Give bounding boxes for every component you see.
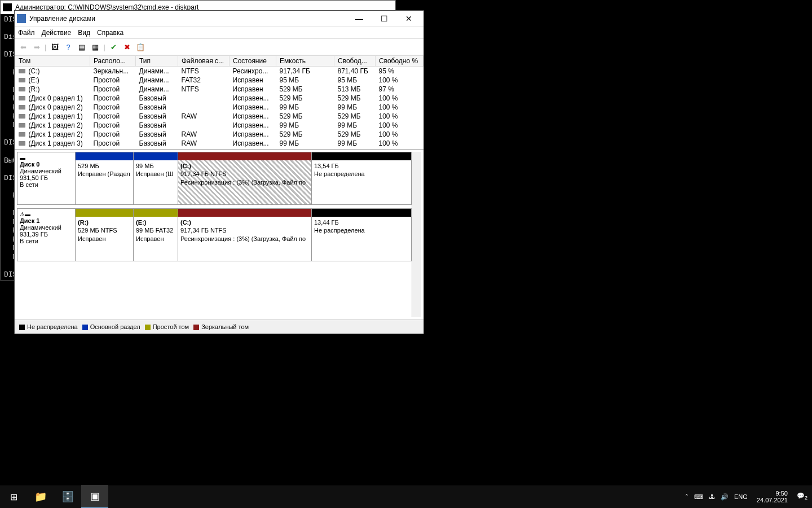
desktop: 🖥️ Ко ⚙️ des ⚙️ des Управление дисками —… — [0, 0, 812, 508]
cell-percent: 100 % — [376, 103, 423, 112]
disk-row[interactable]: ⚠▬ Диск 1 Динамический 931,39 ГБ В сети … — [17, 208, 412, 261]
properties-button[interactable]: 📋 — [134, 41, 147, 53]
grid-button[interactable]: ▦ — [89, 41, 102, 53]
cell-fs: NTFS — [178, 67, 230, 76]
window-title: Управление дисками — [29, 15, 347, 23]
volume-icon[interactable]: 🔊 — [721, 493, 729, 501]
task-cmd[interactable]: ▣ — [81, 485, 108, 508]
cell-type: Базовый — [136, 121, 178, 130]
table-row[interactable]: (R:)ПростойДинами...NTFSИсправен529 МБ51… — [15, 85, 423, 94]
col-layout[interactable]: Располо... — [90, 56, 136, 67]
partition-c[interactable]: (C:)917,34 ГБ NTFSРесинхронизация : (3%)… — [178, 152, 312, 204]
task-explorer[interactable]: 📁 — [27, 485, 54, 508]
col-volume[interactable]: Том — [15, 56, 90, 67]
disk-header[interactable]: ⚠▬ Диск 1 Динамический 931,39 ГБ В сети — [17, 209, 76, 261]
cell-volume: (Диск 1 раздел 2) — [15, 130, 90, 139]
partition-color — [312, 209, 411, 217]
disk-partitions: 529 МБИсправен (Раздел 99 МБИсправен (Ш … — [76, 152, 411, 204]
cell-capacity: 99 МБ — [276, 121, 334, 130]
cell-type: Динами... — [136, 67, 178, 76]
menu-view[interactable]: Вид — [78, 29, 90, 37]
cmd-icon — [3, 3, 12, 11]
table-row[interactable]: (E:)ПростойДинами...FAT32Исправен95 МБ95… — [15, 76, 423, 85]
menu-file[interactable]: Файл — [18, 29, 35, 37]
action-button[interactable]: ✔ — [107, 41, 120, 53]
menu-action[interactable]: Действие — [42, 29, 72, 37]
cell-layout: Простой — [90, 112, 136, 121]
partition-unallocated[interactable]: 13,54 ГБНе распределена — [312, 152, 411, 204]
delete-button[interactable]: ✖ — [121, 41, 133, 53]
network-icon[interactable]: 🖧 — [709, 493, 715, 500]
refresh-button[interactable]: 🖼 — [48, 41, 61, 53]
col-percent[interactable]: Свободно % — [376, 56, 423, 67]
language-indicator[interactable]: ENG — [734, 493, 748, 500]
table-row[interactable]: (Диск 0 раздел 1)ПростойБазовыйИсправен.… — [15, 94, 423, 103]
cell-free: 871,40 ГБ — [334, 67, 376, 76]
titlebar[interactable]: Управление дисками — ☐ ✕ — [15, 11, 423, 27]
minimize-button[interactable]: — — [347, 11, 372, 26]
cell-percent: 100 % — [376, 130, 423, 139]
table-row[interactable]: (Диск 0 раздел 2)ПростойБазовыйИсправен.… — [15, 103, 423, 112]
disk-size: 931,39 ГБ — [20, 231, 73, 238]
col-type[interactable]: Тип — [136, 56, 178, 67]
cell-layout: Зеркальн... — [90, 67, 136, 76]
cell-status: Исправен... — [230, 130, 276, 139]
notifications-icon[interactable]: 💬2 — [797, 492, 807, 501]
volume-list[interactable]: Том Располо... Тип Файловая с... Состоян… — [15, 55, 423, 150]
table-row[interactable]: (Диск 1 раздел 2)ПростойБазовыйИсправен.… — [15, 121, 423, 130]
table-row[interactable]: (C:)Зеркальн...Динами...NTFSРесинхро...9… — [15, 67, 423, 76]
close-button[interactable]: ✕ — [396, 11, 421, 26]
cell-capacity: 529 МБ — [276, 94, 334, 103]
forward-button[interactable]: ➡ — [30, 41, 43, 53]
help-button[interactable]: ? — [62, 41, 74, 53]
taskbar: ⊞ 📁 🗄️ ▣ ˄ ⌨ 🖧 🔊 ENG 9:50 24.07.2021 💬2 — [0, 485, 812, 508]
table-row[interactable]: (Диск 1 раздел 2)ПростойБазовыйRAWИсправ… — [15, 130, 423, 139]
scrollbar[interactable] — [412, 152, 421, 317]
system-tray[interactable]: ˄ ⌨ 🖧 🔊 ENG 9:50 24.07.2021 💬2 — [681, 490, 812, 503]
col-status[interactable]: Состояние — [230, 56, 276, 67]
partition[interactable]: 99 МБИсправен (Ш — [134, 152, 178, 204]
partition-c[interactable]: (C:)917,34 ГБ NTFSРесинхронизация : (3%)… — [178, 209, 312, 261]
menu-help[interactable]: Справка — [97, 29, 123, 37]
cell-free: 95 МБ — [334, 76, 376, 85]
disk-type: Динамический — [20, 224, 73, 231]
cell-type: Базовый — [136, 112, 178, 121]
start-button[interactable]: ⊞ — [0, 485, 27, 508]
back-button[interactable]: ⬅ — [17, 41, 29, 53]
partition-r[interactable]: (R:)529 МБ NTFSИсправен — [76, 209, 134, 261]
keyboard-icon[interactable]: ⌨ — [694, 493, 703, 501]
col-fs[interactable]: Файловая с... — [178, 56, 230, 67]
col-capacity[interactable]: Емкость — [276, 56, 334, 67]
cell-type: Динами... — [136, 76, 178, 85]
tray-up-icon[interactable]: ˄ — [685, 493, 689, 501]
cell-fs — [178, 121, 230, 130]
partition-unallocated[interactable]: 13,44 ГБНе распределена — [312, 209, 411, 261]
cell-status: Ресинхро... — [230, 67, 276, 76]
col-free[interactable]: Свобод... — [334, 56, 376, 67]
disk-row[interactable]: ▬ Диск 0 Динамический 931,50 ГБ В сети 5… — [17, 152, 412, 205]
table-row[interactable]: (Диск 1 раздел 1)ПростойБазовыйRAWИсправ… — [15, 112, 423, 121]
cell-layout: Простой — [90, 121, 136, 130]
partition-e[interactable]: (E:)99 МБ FAT32Исправен — [134, 209, 178, 261]
disk-header[interactable]: ▬ Диск 0 Динамический 931,50 ГБ В сети — [17, 152, 76, 204]
list-button[interactable]: ▤ — [76, 41, 88, 53]
maximize-button[interactable]: ☐ — [372, 11, 396, 26]
disk-size: 931,50 ГБ — [20, 174, 73, 181]
table-row[interactable]: (Диск 1 раздел 3)ПростойБазовыйRAWИсправ… — [15, 139, 423, 148]
cell-capacity: 529 МБ — [276, 112, 334, 121]
clock[interactable]: 9:50 24.07.2021 — [753, 490, 791, 503]
cell-layout: Простой — [90, 103, 136, 112]
cell-percent: 100 % — [376, 112, 423, 121]
cell-fs: RAW — [178, 112, 230, 121]
partition-color — [76, 152, 133, 160]
cell-free: 529 МБ — [334, 130, 376, 139]
cell-fs: NTFS — [178, 85, 230, 94]
partition[interactable]: 529 МБИсправен (Раздел — [76, 152, 134, 204]
cell-layout: Простой — [90, 139, 136, 148]
task-diskmgmt[interactable]: 🗄️ — [54, 485, 81, 508]
cell-percent: 100 % — [376, 76, 423, 85]
cell-volume: (Диск 1 раздел 1) — [15, 112, 90, 121]
menubar: Файл Действие Вид Справка — [15, 27, 423, 39]
cell-capacity: 95 МБ — [276, 76, 334, 85]
cell-volume: (Диск 1 раздел 3) — [15, 139, 90, 148]
